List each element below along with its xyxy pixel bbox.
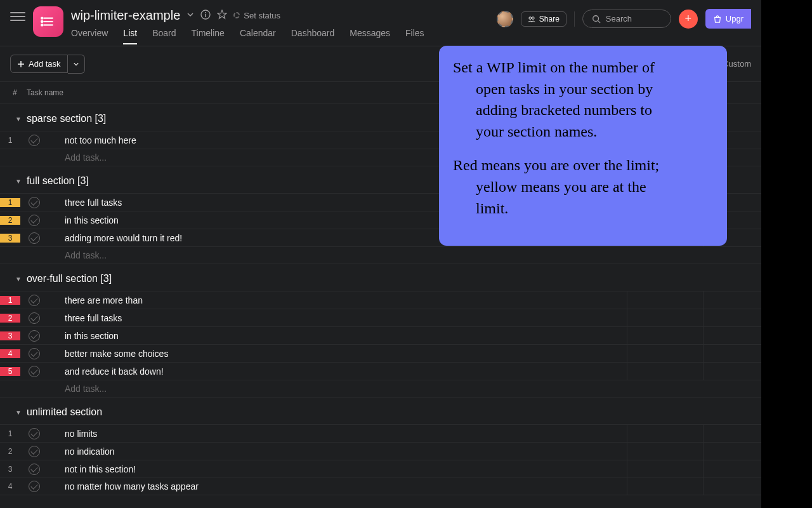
tab-messages[interactable]: Messages	[350, 28, 390, 44]
due-date-cell[interactable]	[703, 291, 761, 309]
complete-checkbox[interactable]	[20, 481, 48, 492]
section-name: sparse section [3]	[27, 113, 106, 124]
task-name[interactable]: there are more than	[48, 295, 627, 305]
assignee-cell[interactable]	[627, 478, 703, 495]
set-status-button[interactable]: Set status	[233, 11, 280, 20]
hamburger-menu[interactable]	[10, 9, 25, 24]
task-name[interactable]: and reduce it back down!	[48, 366, 627, 377]
task-row[interactable]: 1there are more than	[0, 291, 761, 309]
complete-checkbox[interactable]	[20, 330, 48, 342]
svg-point-10	[532, 17, 534, 19]
svg-point-7	[205, 12, 206, 13]
complete-checkbox[interactable]	[20, 348, 48, 359]
row-number: 3	[0, 331, 20, 340]
svg-line-12	[598, 20, 600, 23]
complete-checkbox[interactable]	[20, 366, 48, 377]
complete-checkbox[interactable]	[20, 464, 48, 475]
complete-checkbox[interactable]	[20, 135, 48, 146]
due-date-cell[interactable]	[703, 309, 761, 326]
task-name[interactable]: no matter how many tasks appear	[48, 481, 627, 491]
complete-checkbox[interactable]	[20, 215, 48, 226]
divider	[574, 11, 575, 27]
status-dot-icon	[233, 12, 240, 18]
task-row[interactable]: 3in this section	[0, 326, 761, 344]
complete-checkbox[interactable]	[20, 312, 48, 324]
add-task-dropdown[interactable]	[68, 55, 85, 74]
due-date-cell[interactable]	[703, 443, 761, 460]
section-header[interactable]: ▼over-full section [3]	[0, 264, 761, 291]
assignee-cell[interactable]	[627, 291, 703, 309]
share-button[interactable]: Share	[521, 11, 566, 27]
plus-icon	[17, 60, 25, 68]
tab-board[interactable]: Board	[152, 28, 176, 44]
row-number: 1	[0, 198, 20, 207]
row-number: 4	[0, 349, 20, 358]
svg-point-3	[41, 18, 43, 19]
task-name[interactable]: three full tasks	[48, 313, 627, 323]
section-name: over-full section [3]	[27, 273, 112, 284]
upgrade-button[interactable]: Upgr	[705, 9, 751, 29]
project-menu-caret[interactable]	[187, 10, 194, 20]
overlay-p1: Set a WIP limit on the number ofopen tas…	[453, 57, 713, 142]
task-row[interactable]: 3not in this section!	[0, 460, 761, 478]
assignee-cell[interactable]	[627, 425, 703, 442]
assignee-cell[interactable]	[627, 327, 703, 344]
assignee-cell[interactable]	[627, 309, 703, 326]
tab-timeline[interactable]: Timeline	[192, 28, 225, 44]
task-row[interactable]: 4no matter how many tasks appear	[0, 478, 761, 495]
task-row[interactable]: 2three full tasks	[0, 309, 761, 326]
tab-overview[interactable]: Overview	[71, 28, 108, 44]
task-row[interactable]: 4better make some choices	[0, 344, 761, 362]
task-name[interactable]: no indication	[48, 446, 627, 457]
row-number: 1	[0, 296, 20, 305]
info-icon[interactable]	[200, 10, 211, 22]
complete-checkbox[interactable]	[20, 197, 48, 208]
complete-checkbox[interactable]	[20, 232, 48, 244]
tab-calendar[interactable]: Calendar	[240, 28, 276, 44]
avatar[interactable]	[497, 11, 513, 27]
assignee-cell[interactable]	[627, 443, 703, 460]
task-name[interactable]: in this section	[48, 331, 627, 341]
project-title[interactable]: wip-limiter-example	[71, 8, 180, 23]
assignee-cell[interactable]	[627, 345, 703, 362]
add-task-inline[interactable]: Add task...	[0, 380, 761, 398]
section-caret-icon: ▼	[15, 409, 22, 416]
due-date-cell[interactable]	[703, 478, 761, 495]
due-date-cell[interactable]	[703, 345, 761, 362]
search-box[interactable]	[582, 10, 671, 28]
task-row[interactable]: 1no limits	[0, 424, 761, 442]
assignee-cell[interactable]	[627, 460, 703, 478]
help-overlay: Set a WIP limit on the number ofopen tas…	[439, 46, 727, 246]
people-icon	[528, 15, 535, 23]
add-task-label: Add task	[29, 59, 61, 69]
task-name[interactable]: better make some choices	[48, 349, 627, 359]
add-task-button[interactable]: Add task	[10, 55, 68, 73]
search-input[interactable]	[606, 14, 657, 23]
due-date-cell[interactable]	[703, 425, 761, 442]
bag-icon	[713, 15, 722, 23]
star-icon[interactable]	[217, 10, 227, 22]
task-name[interactable]: no limits	[48, 429, 627, 439]
svg-point-4	[41, 21, 43, 22]
complete-checkbox[interactable]	[20, 428, 48, 439]
section-caret-icon: ▼	[15, 276, 22, 283]
assignee-cell[interactable]	[627, 363, 703, 380]
add-task-inline[interactable]: Add task...	[0, 246, 761, 264]
tab-files[interactable]: Files	[405, 28, 424, 44]
tab-list[interactable]: List	[123, 28, 137, 44]
row-number: 2	[0, 447, 20, 456]
share-label: Share	[539, 15, 560, 23]
tab-dashboard[interactable]: Dashboard	[291, 28, 335, 44]
row-number: 4	[0, 482, 20, 491]
due-date-cell[interactable]	[703, 327, 761, 344]
due-date-cell[interactable]	[703, 460, 761, 478]
due-date-cell[interactable]	[703, 363, 761, 380]
global-add-button[interactable]: +	[679, 10, 698, 29]
task-row[interactable]: 5and reduce it back down!	[0, 362, 761, 380]
complete-checkbox[interactable]	[20, 446, 48, 457]
task-row[interactable]: 2no indication	[0, 442, 761, 460]
complete-checkbox[interactable]	[20, 295, 48, 306]
section-header[interactable]: ▼unlimited section	[0, 398, 761, 424]
task-name[interactable]: not in this section!	[48, 464, 627, 474]
svg-point-11	[593, 15, 599, 21]
